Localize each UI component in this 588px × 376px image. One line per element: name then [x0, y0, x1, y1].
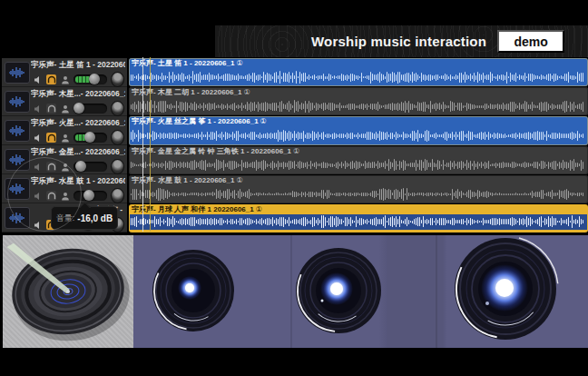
- loop-badge-icon: ①: [256, 205, 262, 213]
- headphone-solo-icon[interactable]: [46, 74, 56, 84]
- region-saturn-flute[interactable]: 宇乐声- 土星 笛 1 - 20220606_1①: [129, 58, 588, 86]
- track-name: 宇乐声- 金星...- 20220606_1: [31, 147, 125, 157]
- region-mercury-drum[interactable]: 宇乐声- 水星 鼓 1 - 20220606_1①: [129, 175, 588, 203]
- track-row-saturn[interactable]: 宇乐声- 土星 笛 1 - 20220606_1: [2, 58, 127, 87]
- track-row-jupiter[interactable]: 宇乐声- 木星...- 20220606_1: [2, 87, 127, 116]
- mute-icon[interactable]: [33, 104, 43, 114]
- pan-knob[interactable]: [111, 188, 124, 203]
- region-venus-bells[interactable]: 宇乐声- 金星 金之属 铃 钟 三角铁 1 - 20220606_1①: [129, 146, 588, 174]
- waveform: [131, 70, 586, 84]
- installation-disc-panel: [3, 235, 133, 348]
- pan-knob[interactable]: [111, 72, 124, 87]
- waveform: [131, 187, 586, 202]
- waveform: [131, 214, 586, 229]
- waveform: [131, 129, 586, 143]
- track-name: 宇乐声- 土星 笛 1 - 20220606_1: [31, 60, 125, 70]
- volume-knob[interactable]: [89, 74, 100, 84]
- volume-knob[interactable]: [74, 103, 84, 114]
- arrange-area: 宇乐声- 土星 笛 1 - 20220606_1① 宇乐声- 木星 二胡 1 -…: [129, 58, 588, 233]
- volume-slider[interactable]: [74, 104, 107, 114]
- headphone-solo-icon[interactable]: [46, 133, 56, 143]
- region-jupiter-erhu[interactable]: 宇乐声- 木星 二胡 1 - 20220606_1①: [129, 87, 588, 115]
- region-mars-zheng[interactable]: 宇乐声- 火星 丝之属 筝 1 - 20220606_1①: [129, 116, 588, 144]
- waveform: [131, 99, 586, 114]
- region-label: 宇乐声- 金星 金之属 铃 钟 三角铁 1 - 20220606_1: [132, 147, 291, 155]
- loop-badge-icon: ①: [236, 59, 242, 67]
- mute-icon[interactable]: [33, 133, 43, 143]
- loop-badge-icon: ①: [243, 88, 250, 96]
- loop-badge-icon: ①: [236, 176, 242, 184]
- marker-line: [150, 57, 151, 232]
- region-moon-vocal[interactable]: 宇乐声- 月球 人声 和伴 1 20220606_1①: [129, 204, 588, 233]
- volume-slider[interactable]: [74, 133, 107, 143]
- title-banner: Worship music interaction demo: [215, 25, 588, 57]
- track-name: 宇乐声- 火星...- 20220606_1: [31, 118, 125, 128]
- loop-badge-icon: ①: [293, 147, 299, 155]
- volume-knob[interactable]: [84, 132, 95, 143]
- track-waveform-icon: [5, 120, 30, 142]
- region-label: 宇乐声- 水星 鼓 1 - 20220606_1: [132, 176, 234, 184]
- track-waveform-icon: [5, 62, 30, 84]
- input-monitor-icon[interactable]: [60, 133, 70, 143]
- volume-knob[interactable]: [75, 161, 86, 172]
- mute-icon[interactable]: [33, 74, 43, 84]
- track-row-mars[interactable]: 宇乐声- 火星...- 20220606_1: [2, 116, 127, 145]
- projection-panel: [133, 235, 588, 348]
- physical-disc-image: [3, 235, 133, 348]
- daw-area: 宇乐声- 土星 笛 1 - 20220606_1 宇乐声- 木星...- 202…: [0, 57, 588, 233]
- pan-knob[interactable]: [111, 159, 124, 174]
- input-monitor-icon[interactable]: [60, 104, 70, 114]
- volume-slider[interactable]: [74, 162, 107, 172]
- headphone-solo-icon[interactable]: [46, 104, 56, 114]
- tooltip-value: -16,0 dB: [77, 213, 113, 223]
- playhead-line[interactable]: [142, 57, 143, 232]
- input-monitor-icon[interactable]: [60, 74, 70, 84]
- glow-disc-small: [148, 245, 239, 336]
- video-strip: [0, 235, 588, 348]
- region-label: 宇乐声- 土星 笛 1 - 20220606_1: [132, 59, 234, 67]
- app-window: Worship music interaction demo 宇乐声- 土星 笛…: [0, 0, 588, 376]
- glow-disc-medium: [294, 246, 383, 335]
- volume-knob[interactable]: [83, 190, 94, 201]
- region-label: 宇乐声- 木星 二胡 1 - 20220606_1: [132, 88, 241, 96]
- glowing-discs-image: [133, 235, 588, 348]
- loop-badge-icon: ①: [260, 117, 267, 125]
- pan-knob[interactable]: [111, 101, 124, 116]
- glow-disc-large: [441, 235, 570, 348]
- demo-button[interactable]: demo: [497, 30, 564, 53]
- page-title: Worship music interaction: [311, 34, 486, 49]
- waveform: [131, 158, 586, 173]
- track-name: 宇乐声- 木星...- 20220606_1: [31, 89, 125, 99]
- volume-slider[interactable]: [74, 74, 107, 84]
- pan-knob[interactable]: [111, 130, 124, 145]
- touch-cursor-circle: [7, 157, 82, 232]
- track-waveform-icon: [5, 91, 30, 113]
